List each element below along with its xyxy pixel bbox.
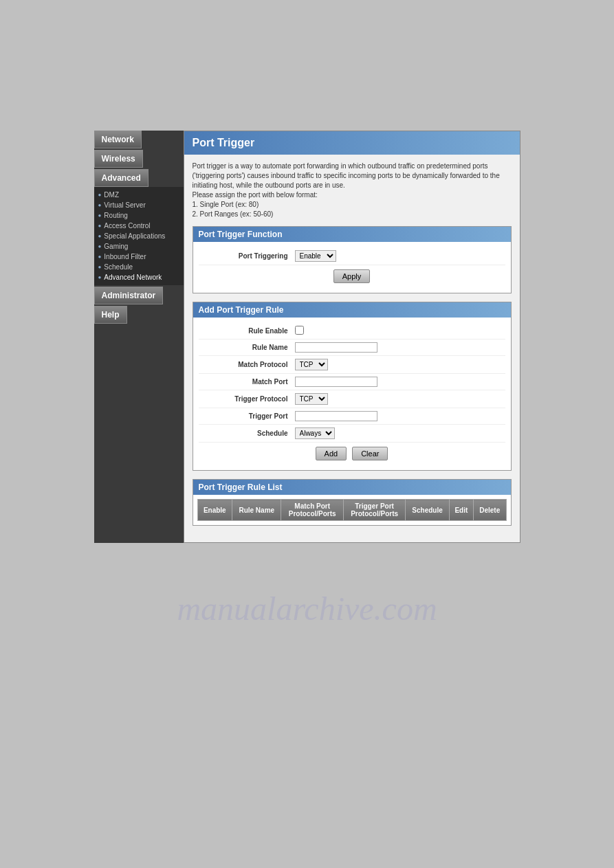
- sidebar-item-schedule[interactable]: ● Schedule: [94, 262, 184, 272]
- rule-enable-checkbox[interactable]: [295, 326, 304, 335]
- bullet-icon: ●: [98, 254, 102, 260]
- schedule-control: Always Never: [295, 427, 505, 439]
- add-clear-row: Add Clear: [199, 443, 505, 465]
- schedule-row: Schedule Always Never: [199, 425, 505, 443]
- sidebar-item-special-applications[interactable]: ● Special Applications: [94, 231, 184, 241]
- trigger-port-input[interactable]: [295, 411, 377, 421]
- add-rule-title: Add Port Trigger Rule: [193, 302, 511, 318]
- trigger-protocol-control: TCP UDP Both: [295, 393, 505, 405]
- content-area: Port Trigger Port trigger is a way to au…: [184, 131, 520, 543]
- sidebar-section-administrator: Administrator: [94, 287, 184, 304]
- sidebar-item-inbound-filter[interactable]: ● Inbound Filter: [94, 252, 184, 262]
- bullet-icon: ●: [98, 212, 102, 219]
- rule-list-content: Enable Rule Name Match PortProtocol/Port…: [193, 495, 511, 525]
- sidebar-item-label: Access Control: [104, 222, 150, 230]
- rule-name-row: Rule Name: [199, 340, 505, 356]
- col-edit: Edit: [449, 500, 473, 521]
- sidebar-item-label: Inbound Filter: [104, 253, 146, 260]
- apply-row: Apply: [199, 265, 505, 287]
- bullet-icon: ●: [98, 192, 102, 198]
- col-rule-name: Rule Name: [232, 500, 281, 521]
- add-button[interactable]: Add: [316, 447, 347, 460]
- add-rule-content: Rule Enable Rule Name Matc: [193, 318, 511, 470]
- watermark: manualarchive.com: [177, 590, 437, 627]
- sidebar: Network Wireless Advanced ● DMZ ● Virtua…: [94, 131, 184, 543]
- apply-button[interactable]: Apply: [333, 269, 371, 283]
- desc-line4: Please assign the port with below format…: [193, 190, 512, 200]
- desc-line2: ('triggering ports') causes inbound traf…: [193, 171, 512, 181]
- sidebar-item-label: DMZ: [104, 191, 119, 199]
- match-protocol-label: Match Protocol: [199, 361, 295, 368]
- port-triggering-label: Port Triggering: [199, 252, 295, 260]
- bullet-icon: ●: [98, 233, 102, 239]
- sidebar-item-label: Advanced Network: [104, 274, 162, 281]
- match-protocol-control: TCP UDP Both: [295, 359, 505, 370]
- match-port-label: Match Port: [199, 378, 295, 386]
- sidebar-item-routing[interactable]: ● Routing: [94, 210, 184, 221]
- sidebar-item-advanced-network[interactable]: ● Advanced Network: [94, 272, 184, 282]
- rule-enable-control: [295, 326, 505, 336]
- sidebar-item-access-control[interactable]: ● Access Control: [94, 221, 184, 231]
- page-title: Port Trigger: [193, 137, 512, 149]
- port-triggering-control: Enable Disable: [295, 250, 505, 262]
- sidebar-advanced-header[interactable]: Advanced: [94, 169, 149, 187]
- col-delete: Delete: [473, 500, 506, 521]
- sidebar-item-dmz[interactable]: ● DMZ: [94, 190, 184, 200]
- clear-button[interactable]: Clear: [352, 447, 388, 460]
- desc-line1: Port trigger is a way to automate port f…: [193, 162, 512, 171]
- match-port-row: Match Port: [199, 374, 505, 390]
- bullet-icon: ●: [98, 202, 102, 208]
- sidebar-network-header[interactable]: Network: [94, 131, 142, 148]
- sidebar-item-gaming[interactable]: ● Gaming: [94, 241, 184, 252]
- schedule-label: Schedule: [199, 430, 295, 437]
- trigger-protocol-label: Trigger Protocol: [199, 395, 295, 403]
- sidebar-section-help: Help: [94, 306, 184, 324]
- match-protocol-select[interactable]: TCP UDP Both: [295, 359, 328, 370]
- sidebar-section-wireless: Wireless: [94, 150, 184, 168]
- page-description: Port trigger is a way to automate port f…: [193, 162, 512, 219]
- rule-list-table: Enable Rule Name Match PortProtocol/Port…: [197, 499, 507, 521]
- bullet-icon: ●: [98, 223, 102, 229]
- bullet-icon: ●: [98, 274, 102, 280]
- rule-name-input[interactable]: [295, 342, 377, 353]
- sidebar-item-label: Gaming: [104, 243, 128, 250]
- port-triggering-row: Port Triggering Enable Disable: [199, 247, 505, 265]
- rule-enable-label: Rule Enable: [199, 327, 295, 335]
- sidebar-item-label: Virtual Server: [104, 201, 145, 209]
- rule-name-label: Rule Name: [199, 344, 295, 351]
- col-schedule: Schedule: [406, 500, 449, 521]
- sidebar-wireless-header[interactable]: Wireless: [94, 150, 143, 168]
- desc-line6: 2. Port Ranges (ex: 50-60): [193, 210, 512, 219]
- col-trigger-port: Trigger PortProtocol/Ports: [343, 500, 405, 521]
- desc-line5: 1. Single Port (ex: 80): [193, 200, 512, 210]
- schedule-select[interactable]: Always Never: [295, 427, 335, 439]
- match-port-input[interactable]: [295, 377, 377, 387]
- rule-list-title: Port Trigger Rule List: [193, 480, 511, 495]
- desc-line3: initiating host, while the outbound port…: [193, 181, 512, 190]
- trigger-protocol-row: Trigger Protocol TCP UDP Both: [199, 390, 505, 408]
- sidebar-help-header[interactable]: Help: [94, 306, 127, 324]
- trigger-protocol-select[interactable]: TCP UDP Both: [295, 393, 328, 405]
- rule-enable-row: Rule Enable: [199, 323, 505, 340]
- sidebar-item-virtual-server[interactable]: ● Virtual Server: [94, 200, 184, 210]
- table-header-row: Enable Rule Name Match PortProtocol/Port…: [197, 500, 506, 521]
- col-enable: Enable: [197, 500, 232, 521]
- rule-name-control: [295, 342, 505, 353]
- add-port-trigger-rule-section: Add Port Trigger Rule Rule Enable Rule N…: [193, 302, 512, 471]
- trigger-port-label: Trigger Port: [199, 412, 295, 420]
- sidebar-administrator-header[interactable]: Administrator: [94, 287, 164, 304]
- col-match-port: Match PortProtocol/Ports: [281, 500, 343, 521]
- sidebar-section-network: Network: [94, 131, 184, 148]
- port-trigger-function-title: Port Trigger Function: [193, 227, 511, 242]
- trigger-port-control: [295, 411, 505, 421]
- trigger-port-row: Trigger Port: [199, 408, 505, 425]
- content-header: Port Trigger: [184, 131, 520, 155]
- sidebar-item-label: Schedule: [104, 263, 133, 271]
- port-trigger-function-content: Port Triggering Enable Disable Apply: [193, 242, 511, 293]
- sidebar-item-label: Special Applications: [104, 232, 165, 240]
- port-triggering-select[interactable]: Enable Disable: [295, 250, 336, 262]
- match-port-control: [295, 377, 505, 387]
- content-body: Port trigger is a way to automate port f…: [184, 155, 520, 541]
- bullet-icon: ●: [98, 243, 102, 249]
- bullet-icon: ●: [98, 264, 102, 270]
